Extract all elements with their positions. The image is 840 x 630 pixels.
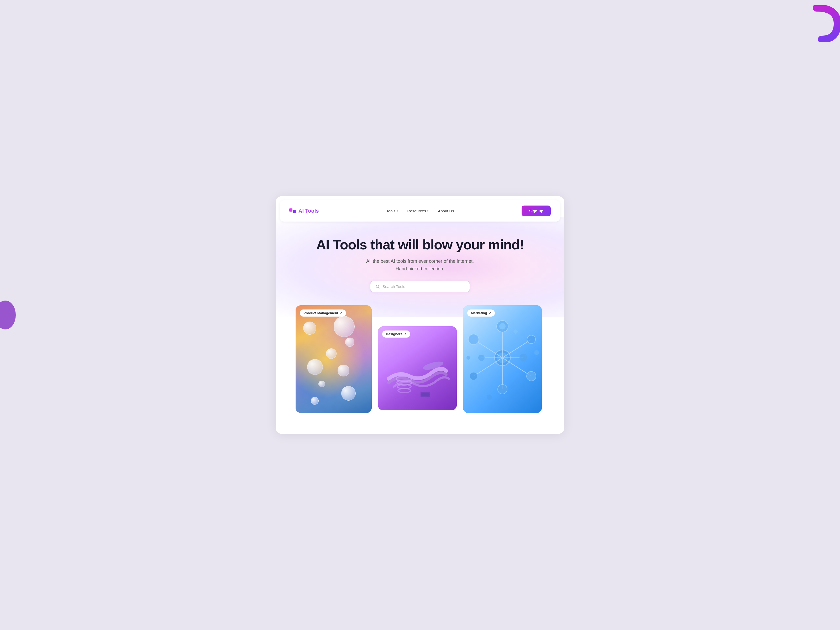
card-art-bubbles xyxy=(295,305,372,413)
svg-point-28 xyxy=(487,395,492,400)
svg-line-15 xyxy=(502,358,531,376)
bubble xyxy=(307,359,323,375)
bubbles-overlay xyxy=(295,305,372,413)
bubble xyxy=(338,365,349,376)
external-link-icon: ↗ xyxy=(404,332,407,336)
hero-section: AI Tools that will blow your mind! All t… xyxy=(276,221,564,424)
card-designers[interactable]: Designers ↗ xyxy=(378,326,457,410)
svg-point-21 xyxy=(468,334,479,345)
search-input[interactable] xyxy=(382,284,464,289)
nav-links: Tools ▾ Resources ▾ About Us xyxy=(382,207,458,215)
external-link-icon: ↗ xyxy=(488,311,491,315)
card-label-text: Marketing xyxy=(471,311,487,315)
bubble xyxy=(303,322,316,335)
logo-icon xyxy=(289,208,296,213)
card-label-product-management: Product Management ↗ xyxy=(300,309,346,317)
cards-grid: Product Management ↗ xyxy=(286,305,554,413)
main-card: AI Tools Tools ▾ Resources ▾ About Us Si… xyxy=(276,196,564,434)
svg-point-27 xyxy=(513,330,518,334)
bubble xyxy=(334,316,355,337)
card-product-management[interactable]: Product Management ↗ xyxy=(295,305,372,413)
search-icon xyxy=(376,284,380,289)
nav-label-about: About Us xyxy=(438,209,454,213)
svg-rect-7 xyxy=(420,392,430,397)
svg-point-25 xyxy=(519,354,527,362)
nav-label-tools: Tools xyxy=(386,209,395,213)
nav-item-resources[interactable]: Resources ▾ xyxy=(404,207,432,215)
hero-subtitle: All the best AI tools from ever corner o… xyxy=(286,257,554,273)
nav-label-resources: Resources xyxy=(407,209,426,213)
svg-line-13 xyxy=(502,339,531,358)
external-link-icon: ↗ xyxy=(339,311,342,315)
card-art-molecular xyxy=(463,305,542,413)
nav-item-about[interactable]: About Us xyxy=(434,207,458,215)
card-label-text: Product Management xyxy=(303,311,338,315)
svg-point-29 xyxy=(534,350,539,355)
bubble xyxy=(311,397,319,405)
bubble xyxy=(341,386,356,401)
bg-hook-decoration xyxy=(811,5,840,42)
card-art-coil xyxy=(378,326,457,410)
search-container xyxy=(286,281,554,292)
svg-point-30 xyxy=(466,356,470,360)
signup-button[interactable]: Sign up xyxy=(522,205,551,216)
nav-item-tools[interactable]: Tools ▾ xyxy=(382,207,401,215)
navbar: AI Tools Tools ▾ Resources ▾ About Us Si… xyxy=(280,200,560,221)
coil-svg xyxy=(378,326,457,410)
svg-line-14 xyxy=(474,358,502,376)
svg-point-23 xyxy=(470,373,477,380)
hero-subtitle-line2: Hand-picked collection. xyxy=(396,266,444,272)
bubble xyxy=(326,348,336,359)
search-bar xyxy=(370,281,470,292)
hero-title: AI Tools that will blow your mind! xyxy=(286,237,554,252)
logo[interactable]: AI Tools xyxy=(289,208,319,214)
logo-text: AI Tools xyxy=(298,208,319,214)
svg-point-24 xyxy=(527,371,536,381)
chevron-down-icon: ▾ xyxy=(396,210,398,212)
svg-point-19 xyxy=(499,323,505,330)
chevron-down-icon: ▾ xyxy=(427,210,428,212)
bg-circle-decoration xyxy=(0,300,16,330)
logo-square-purple xyxy=(293,210,296,213)
molecular-svg xyxy=(463,305,542,413)
card-label-text: Designers xyxy=(386,332,403,336)
card-marketing[interactable]: Marketing ↗ xyxy=(463,305,542,413)
card-label-marketing: Marketing ↗ xyxy=(467,309,495,317)
bubble xyxy=(318,381,325,387)
bubble xyxy=(345,338,354,347)
svg-point-26 xyxy=(478,355,485,361)
svg-point-22 xyxy=(527,335,535,344)
svg-point-20 xyxy=(498,385,507,394)
card-label-designers: Designers ↗ xyxy=(382,330,410,338)
logo-square-pink xyxy=(289,208,292,212)
hero-subtitle-line1: All the best AI tools from ever corner o… xyxy=(366,259,474,264)
